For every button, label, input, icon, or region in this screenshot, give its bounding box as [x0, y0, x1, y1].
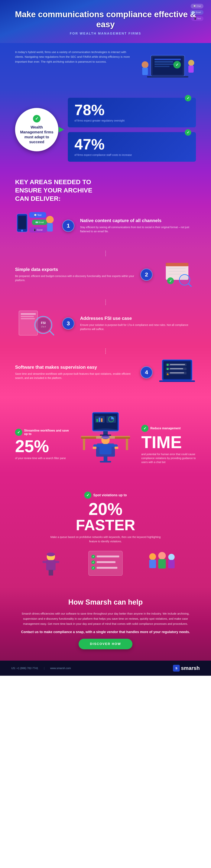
svg-text:✓: ✓ — [92, 567, 94, 569]
key-area-4-number: 4 — [140, 366, 152, 378]
svg-rect-12 — [188, 65, 194, 73]
intro-section: In today's hybrid world, firms use a var… — [0, 43, 211, 90]
time-big-word: TIME — [141, 434, 196, 451]
key-area-4: Software that makes supervision easy Sav… — [0, 346, 211, 397]
smarsh-help-cta-text: Contact us to make compliance a snap, wi… — [19, 630, 192, 634]
stat-percent-1: 78% — [74, 102, 189, 118]
time-detail: and potential for human error that could… — [141, 452, 196, 464]
footer-phone: US: +1 (866) 762-7741 — [11, 666, 38, 670]
key-area-4-desc: Save time and streamline workflows with … — [15, 372, 135, 380]
key-area-3: FSI 17a-4 3 Addresses FSI use case Ensur… — [0, 298, 211, 346]
key-area-3-content: Addresses FSI use case Ensure your solut… — [80, 316, 196, 331]
svg-rect-105 — [158, 559, 166, 568]
svg-text:!: ! — [168, 374, 168, 375]
svg-text:📧 Email: 📧 Email — [35, 221, 44, 224]
svg-rect-89 — [55, 561, 59, 563]
stat-desc-2: of firms expect compliance staff costs t… — [74, 153, 189, 157]
streamline-percent: 25% — [15, 438, 70, 455]
svg-rect-74 — [104, 456, 107, 462]
wealth-stats-section: ✓ Wealth Management firms must adapt to … — [0, 90, 211, 169]
stats-container: ✓ 78% of firms expect greater regulatory… — [68, 98, 196, 162]
svg-text:✓: ✓ — [169, 279, 172, 283]
svg-rect-79 — [93, 444, 100, 447]
svg-rect-91 — [51, 570, 53, 576]
svg-rect-101 — [97, 567, 117, 569]
discover-how-button[interactable]: DISCOVER HOW — [78, 639, 132, 649]
svg-rect-61 — [97, 419, 98, 422]
svg-rect-103 — [149, 560, 156, 568]
smarsh-help-body: Smarsh drives efficiencies with our soft… — [19, 611, 192, 626]
page-title: Make communications compliance effective… — [11, 9, 200, 29]
stat-block-2: ✓ 47% of firms expect compliance staff c… — [68, 132, 196, 162]
key-area-1-content: Native content capture of all channels S… — [80, 218, 196, 234]
spot-percent: 20% — [89, 501, 122, 518]
svg-rect-70 — [83, 439, 85, 450]
svg-point-11 — [188, 60, 194, 66]
key-area-3-number: 3 — [62, 317, 74, 330]
spot-check-icon: ✓ — [84, 492, 92, 499]
footer-logo-text: smarsh — [181, 665, 200, 671]
svg-rect-10 — [142, 67, 148, 75]
svg-point-84 — [92, 428, 119, 434]
svg-rect-5 — [154, 66, 170, 67]
svg-point-22 — [46, 216, 54, 223]
key-area-4-heading: Software that makes supervision easy — [15, 365, 135, 370]
svg-rect-52 — [170, 368, 183, 369]
key-area-3-heading: Addresses FSI use case — [80, 316, 196, 321]
smarsh-help-heading: How Smarsh can help — [19, 598, 192, 606]
svg-text:FSI: FSI — [41, 321, 46, 324]
svg-point-106 — [168, 554, 175, 560]
svg-text:✓: ✓ — [92, 555, 94, 558]
svg-rect-88 — [42, 561, 47, 563]
svg-line-42 — [50, 331, 54, 335]
svg-point-30 — [180, 276, 189, 284]
svg-rect-98 — [97, 561, 115, 563]
key-area-2-content: Simple data exports Be prepared, efficie… — [15, 267, 135, 282]
svg-text:✓: ✓ — [167, 368, 168, 370]
features-left: ✓ Streamline workflows and save up to 25… — [15, 429, 70, 460]
svg-rect-95 — [97, 556, 119, 557]
svg-rect-80 — [111, 444, 118, 447]
key-area-2-number: 2 — [140, 269, 152, 281]
svg-text:💬 Text: 💬 Text — [34, 214, 42, 216]
key-area-2-desc: Be prepared, efficient and budget-consci… — [15, 274, 135, 282]
svg-rect-87 — [46, 560, 56, 570]
footer-divider: | — [44, 666, 45, 670]
svg-rect-48 — [170, 364, 185, 365]
key-area-4-illustration: ✓ ✓ ! — [158, 357, 196, 388]
svg-rect-37 — [21, 318, 35, 319]
svg-rect-82 — [114, 447, 118, 449]
streamline-check-icon: ✓ — [15, 429, 22, 436]
spot-detail: Make a queue based on prohibitive networ… — [49, 535, 162, 544]
stat-block-1: ✓ 78% of firms expect greater regulatory… — [68, 98, 196, 127]
key-area-1-number: 1 — [62, 220, 74, 232]
key-area-1: 💬 Text 📧 Email 📱 Social 1 Native content… — [0, 207, 211, 249]
wealth-circle: ✓ Wealth Management firms must adapt to … — [15, 108, 59, 151]
svg-rect-56 — [170, 372, 184, 373]
key-area-1-desc: Stay efficient by seeing all communicati… — [80, 225, 196, 234]
feature-streamline: ✓ Streamline workflows and save up to 25… — [15, 429, 70, 460]
svg-point-9 — [142, 61, 148, 68]
person-illustration — [75, 407, 136, 482]
svg-rect-25 — [166, 263, 188, 266]
svg-rect-23 — [47, 223, 53, 231]
key-area-2-illustration: ✓ — [158, 259, 196, 290]
svg-text:📱 Social: 📱 Social — [34, 228, 42, 231]
svg-point-104 — [158, 552, 166, 559]
feature-time: ✓ Reduce management TIME and potential f… — [141, 425, 196, 464]
svg-rect-78 — [100, 444, 111, 454]
svg-rect-81 — [93, 447, 97, 449]
key-area-1-illustration: 💬 Text 📧 Email 📱 Social — [15, 210, 57, 241]
svg-point-86 — [47, 553, 55, 556]
streamline-label: Streamline workflows and save up to — [24, 429, 70, 436]
intro-illustration: ✓ — [139, 50, 196, 84]
svg-text:✓: ✓ — [92, 561, 94, 564]
page-subtitle: FOR WEALTH MANAGEMENT FIRMS — [11, 32, 200, 35]
footer-section: US: +1 (866) 762-7741 | www.smarsh.com s… — [0, 661, 211, 676]
key-areas-title-section: KEY AREAS NEEDED TO ENSURE YOUR ARCHIVE … — [0, 169, 211, 207]
intro-text: In today's hybrid world, firms use a var… — [15, 50, 132, 64]
svg-rect-14 — [18, 216, 26, 229]
svg-rect-8 — [147, 76, 188, 78]
svg-rect-3 — [154, 61, 173, 62]
svg-rect-107 — [168, 560, 175, 568]
